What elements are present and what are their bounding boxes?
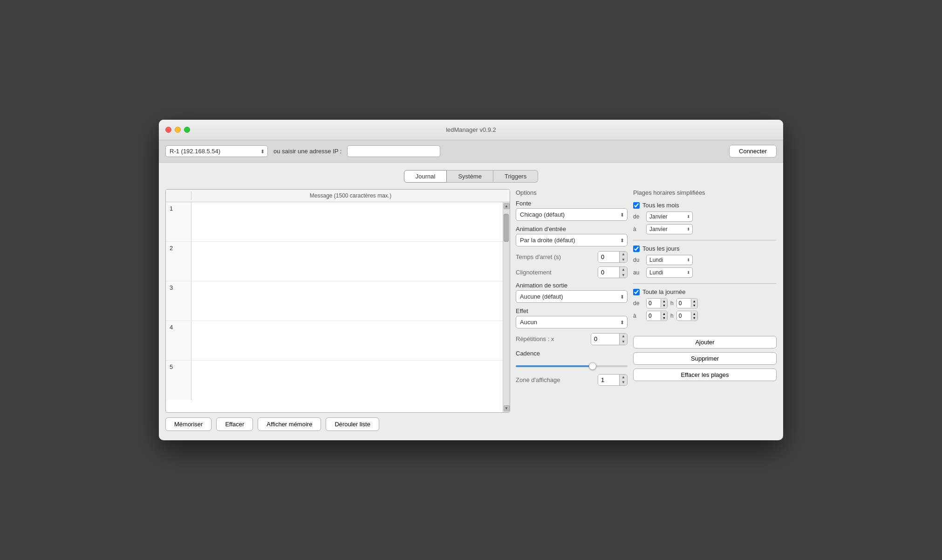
fonte-select[interactable]: Chicago (défaut) [516,208,628,221]
time-de-h1-input[interactable] [647,299,661,308]
mois-de-select[interactable]: Janvier [646,212,693,222]
message-panel: Message (1500 caractères max.) 1 2 [165,189,510,431]
repetitions-down-icon[interactable]: ▼ [620,339,627,345]
toute-la-journee-checkbox[interactable] [633,289,640,295]
time-de-h2-down-icon[interactable]: ▼ [691,303,697,307]
table-row: 5 [166,361,503,400]
animation-entree-select[interactable]: Par la droite (défaut) [516,234,628,246]
effacer-plages-button[interactable]: Effacer les plages [633,369,777,381]
jours-du-select[interactable]: Lundi [646,255,693,265]
time-de-h1-down-icon[interactable]: ▼ [661,303,667,307]
connect-button[interactable]: Connecter [729,145,777,157]
tab-triggers[interactable]: Triggers [493,170,538,183]
jours-au-label: au [633,269,643,276]
jours-au-select[interactable]: Lundi [646,267,693,278]
tab-journal[interactable]: Journal [404,170,447,183]
time-a-h1-wrapper: ▲ ▼ [646,311,668,321]
time-a-h2-arrows: ▲ ▼ [691,312,697,320]
supprimer-button[interactable]: Supprimer [633,352,777,365]
cadence-slider[interactable] [516,365,628,367]
time-de-h2-input[interactable] [677,299,691,308]
mois-de-row: de Janvier ⬍ [633,212,777,222]
temps-arret-label: Temps d'arret (s) [516,253,594,260]
message-header: Message (1500 caractères max.) [166,190,510,202]
effacer-button[interactable]: Effacer [216,417,253,431]
temps-arret-spinner: ▲ ▼ [598,251,628,263]
scroll-thumb[interactable] [503,209,510,405]
fonte-label: Fonte [516,200,628,207]
time-de-h1-up-icon[interactable]: ▲ [661,299,667,303]
afficher-memoire-button[interactable]: Afficher mémoire [258,417,321,431]
msg-text-2[interactable] [191,242,503,281]
msg-text-1[interactable] [191,202,503,241]
repetitions-up-icon[interactable]: ▲ [620,334,627,339]
time-a-h2-input[interactable] [677,311,691,321]
time-a-h1-up-icon[interactable]: ▲ [661,312,667,316]
mois-a-select[interactable]: Janvier [646,224,693,234]
temps-arret-input[interactable] [598,252,619,262]
repetitions-arrows: ▲ ▼ [619,334,627,344]
scroll-down-icon[interactable]: ▼ [504,405,510,411]
temps-arret-row: Temps d'arret (s) ▲ ▼ [516,251,628,263]
tous-les-jours-section: Tous les jours du Lundi ⬍ au [633,245,777,278]
clignotement-up-icon[interactable]: ▲ [620,267,627,273]
animation-sortie-select-wrapper: Aucune (défaut) ⬍ [516,290,628,303]
clignotement-input[interactable] [598,267,619,278]
jours-du-row: du Lundi ⬍ [633,255,777,265]
minimize-button[interactable] [175,127,181,133]
scrollbar[interactable]: ▲ ▼ [503,202,510,412]
table-row: 3 [166,281,503,321]
tous-les-mois-label: Tous les mois [642,202,679,209]
tous-les-mois-checkbox[interactable] [633,202,640,209]
animation-sortie-select[interactable]: Aucune (défaut) [516,290,628,303]
clignotement-arrows: ▲ ▼ [619,267,627,278]
memoriser-button[interactable]: Mémoriser [165,417,212,431]
time-de-h1-arrows: ▲ ▼ [661,299,667,307]
temps-arret-down-icon[interactable]: ▼ [620,257,627,263]
divider-1 [633,240,777,240]
plages-panel: Plages horaires simplifiées Tous les moi… [633,189,777,431]
ip-input[interactable] [347,145,440,157]
time-a-h2-up-icon[interactable]: ▲ [691,312,697,316]
effet-label: Effet [516,307,628,314]
time-a-h2-down-icon[interactable]: ▼ [691,316,697,320]
row-num-4: 4 [166,321,191,360]
scroll-handle[interactable] [504,214,509,242]
tous-les-mois-section: Tous les mois de Janvier ⬍ à [633,202,777,234]
traffic-lights [165,127,190,133]
options-panel: Options Fonte Chicago (défaut) ⬍ Animati… [516,189,628,431]
zone-down-icon[interactable]: ▼ [620,380,627,385]
divider-2 [633,283,777,284]
tab-systeme[interactable]: Système [447,170,493,183]
toute-la-journee-label: Toute la journée [642,288,686,295]
zone-spinner: ▲ ▼ [598,374,628,386]
zone-arrows: ▲ ▼ [619,375,627,385]
time-a-h1-down-icon[interactable]: ▼ [661,316,667,320]
fonte-select-wrapper: Chicago (défaut) ⬍ [516,208,628,221]
close-button[interactable] [165,127,171,133]
effet-group: Effet Aucun ⬍ [516,307,628,328]
time-de-h2-up-icon[interactable]: ▲ [691,299,697,303]
zone-input[interactable] [598,375,619,385]
clignotement-row: Clignotement ▲ ▼ [516,266,628,278]
mois-a-row: à Janvier ⬍ [633,224,777,234]
temps-arret-up-icon[interactable]: ▲ [620,252,627,257]
msg-text-4[interactable] [191,321,503,360]
time-de-row: de ▲ ▼ h ▲ [633,298,777,308]
scroll-up-icon[interactable]: ▲ [504,203,510,209]
zone-up-icon[interactable]: ▲ [620,375,627,380]
effet-select[interactable]: Aucun [516,316,628,328]
maximize-button[interactable] [184,127,190,133]
tous-les-jours-label: Tous les jours [642,245,679,252]
msg-text-3[interactable] [191,281,503,321]
clignotement-down-icon[interactable]: ▼ [620,273,627,278]
ajouter-button[interactable]: Ajouter [633,336,777,348]
h-label-1: h [670,300,674,307]
time-a-h1-input[interactable] [647,311,661,321]
device-select[interactable]: R-1 (192.168.5.54) [165,145,268,157]
derouler-liste-button[interactable]: Dérouler liste [326,417,379,431]
tous-les-jours-checkbox[interactable] [633,246,640,252]
repetitions-input[interactable] [591,334,619,344]
msg-text-5[interactable] [191,361,503,400]
time-de-h2-arrows: ▲ ▼ [691,299,697,307]
